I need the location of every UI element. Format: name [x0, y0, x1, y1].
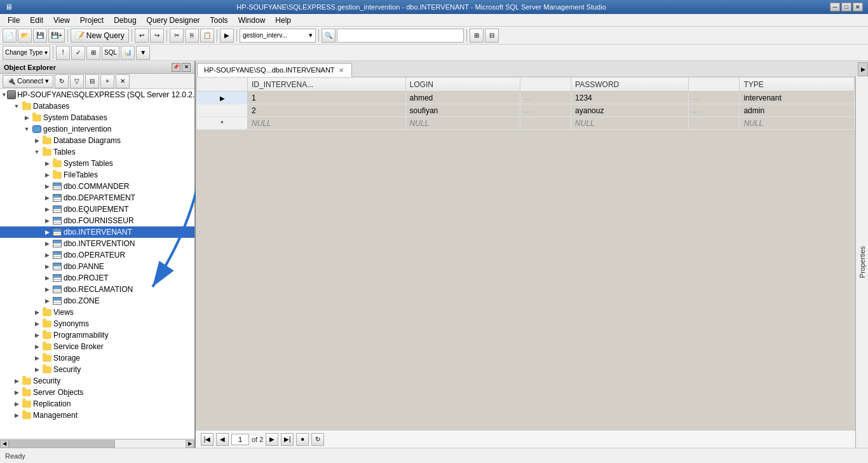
excl-btn[interactable]: ! [56, 46, 70, 60]
tree-db-diagrams[interactable]: ▶ Database Diagrams [0, 135, 194, 146]
tree-system-tables[interactable]: ▶ System Tables [0, 158, 194, 169]
data-grid-area[interactable]: ID_INTERVENA... LOGIN PASSWORD TYPE [196, 76, 855, 430]
connect-button[interactable]: 🔌 Connect ▾ [3, 75, 53, 88]
zone-expander[interactable]: ▶ [42, 296, 52, 306]
grid-view-btn[interactable]: ⊞ [86, 46, 100, 60]
object-tree[interactable]: ▼ HP-SOUFYANE\SQLEXPRESS (SQL Server 12.… [0, 89, 194, 439]
tree-system-databases[interactable]: ▶ System Databases [0, 112, 194, 123]
cut-btn[interactable]: ✂ [170, 29, 184, 43]
intervention-expander[interactable]: ▶ [42, 238, 52, 249]
tables-expander[interactable]: ▼ [32, 147, 42, 157]
cell-login-2[interactable]: soufiyan [405, 104, 520, 117]
db-security-expander[interactable]: ▶ [32, 364, 42, 375]
tab-intervenant[interactable]: HP-SOUFYANE\SQ...dbo.INTERVENANT ✕ [197, 63, 352, 77]
intervenant-expander[interactable]: ▶ [42, 227, 52, 237]
tree-databases[interactable]: ▼ Databases [0, 100, 194, 112]
storage-expander[interactable]: ▶ [32, 353, 42, 363]
props-btn[interactable]: ⊟ [485, 29, 499, 43]
new-query-button[interactable]: 📝 New Query [71, 29, 129, 43]
sql-view-btn[interactable]: SQL [102, 46, 119, 60]
synonyms-expander[interactable]: ▶ [32, 319, 42, 329]
cell-login-1[interactable]: ahmed [405, 92, 520, 104]
oe-filter-btn[interactable]: ▽ [70, 74, 84, 88]
tree-gestion-intervention[interactable]: ▼ gestion_intervention [0, 123, 194, 135]
minimize-button[interactable]: ─ [830, 3, 840, 11]
menu-file[interactable]: File [3, 15, 25, 26]
oe-new-btn[interactable]: + [100, 74, 114, 88]
server-expander[interactable]: ▼ [1, 90, 7, 100]
search-btn[interactable]: 🔍 [322, 29, 336, 43]
cell-password-1[interactable]: 1234 [571, 92, 689, 104]
oe-refresh-btn[interactable]: ↻ [55, 74, 69, 88]
layout-btn[interactable]: ⊞ [470, 29, 484, 43]
management-expander[interactable]: ▶ [11, 410, 22, 420]
table-row-new[interactable]: * NULL NULL NULL NULL [197, 117, 855, 130]
tree-table-panne[interactable]: ▶ dbo.PANNE [0, 261, 194, 272]
paste-btn[interactable]: 📋 [200, 29, 214, 43]
open-btn[interactable]: 📂 [18, 29, 32, 43]
oe-del-btn[interactable]: ✕ [116, 74, 130, 88]
close-button[interactable]: ✕ [853, 3, 863, 11]
tab-close-button[interactable]: ✕ [337, 66, 345, 74]
operateur-expander[interactable]: ▶ [42, 250, 52, 260]
cell-type-new[interactable]: NULL [740, 117, 855, 130]
reclamation-expander[interactable]: ▶ [42, 284, 52, 294]
tree-table-commander[interactable]: ▶ dbo.COMMANDER [0, 181, 194, 192]
copy-btn[interactable]: ⎘ [185, 29, 199, 43]
tree-storage[interactable]: ▶ Storage [0, 352, 194, 364]
tree-server-objects[interactable]: ▶ Server Objects [0, 387, 194, 398]
projet-expander[interactable]: ▶ [42, 273, 52, 283]
sb-expander[interactable]: ▶ [32, 342, 42, 352]
top-security-expander[interactable]: ▶ [11, 376, 22, 386]
execute-btn[interactable]: ▶ [220, 29, 234, 43]
commander-expander[interactable]: ▶ [42, 181, 52, 191]
databases-expander[interactable]: ▼ [11, 101, 22, 111]
tree-table-intervention[interactable]: ▶ dbo.INTERVENTION [0, 238, 194, 249]
redo-btn[interactable]: ↪ [150, 29, 164, 43]
tree-replication[interactable]: ▶ Replication [0, 398, 194, 410]
cell-id-1[interactable]: 1 [248, 92, 406, 104]
server-obj-expander[interactable]: ▶ [11, 387, 22, 397]
cell-type-1[interactable]: intervenant [740, 92, 855, 104]
properties-panel[interactable]: Properties [855, 76, 868, 448]
tree-file-tables[interactable]: ▶ FileTables [0, 169, 194, 181]
prog-expander[interactable]: ▶ [32, 330, 42, 340]
tree-table-equipement[interactable]: ▶ dbo.EQUIPEMENT [0, 204, 194, 215]
change-type-btn[interactable]: Change Type ▾ [3, 46, 50, 60]
tree-tables[interactable]: ▼ Tables [0, 146, 194, 158]
cell-password-new[interactable]: NULL [571, 117, 689, 130]
tree-programmability[interactable]: ▶ Programmability [0, 329, 194, 341]
menu-tools[interactable]: Tools [205, 15, 233, 26]
stop-btn[interactable]: ■ [296, 433, 309, 446]
tree-db-security[interactable]: ▶ Security [0, 364, 194, 375]
tree-table-intervenant[interactable]: ▶ dbo.INTERVENANT [0, 226, 194, 238]
gi-expander[interactable]: ▼ [22, 124, 32, 134]
last-page-btn[interactable]: ▶| [281, 433, 294, 446]
cell-password-2[interactable]: ayanouz [571, 104, 689, 117]
prev-page-btn[interactable]: ◀ [216, 433, 229, 446]
refresh-btn[interactable]: ↻ [311, 433, 324, 446]
menu-view[interactable]: View [48, 15, 75, 26]
check-btn[interactable]: ✓ [71, 46, 85, 60]
fournisseur-expander[interactable]: ▶ [42, 216, 52, 226]
db-dropdown[interactable]: gestion_interv... ▾ [240, 29, 316, 43]
tree-table-reclamation[interactable]: ▶ dbo.RECLAMATION [0, 284, 194, 295]
menu-debug[interactable]: Debug [109, 15, 141, 26]
next-page-btn[interactable]: ▶ [266, 433, 278, 446]
save-all-btn[interactable]: 💾+ [48, 29, 65, 43]
tree-synonyms[interactable]: ▶ Synonyms [0, 318, 194, 329]
undo-btn[interactable]: ↩ [135, 29, 149, 43]
table-row[interactable]: 2 soufiyan ... ayanouz ... admin [197, 104, 855, 117]
oe-pin-btn[interactable]: 📌 [172, 63, 180, 72]
tree-top-security[interactable]: ▶ Security [0, 375, 194, 387]
table-row[interactable]: ▶ 1 ahmed ... 1234 ... intervenant [197, 92, 855, 104]
cell-login-new[interactable]: NULL [405, 117, 520, 130]
oe-collapse-btn[interactable]: ⊟ [85, 74, 99, 88]
new-file-btn[interactable]: 📄 [3, 29, 17, 43]
tree-hscroll[interactable]: ◀ ▶ [0, 439, 194, 448]
tree-table-projet[interactable]: ▶ dbo.PROJET [0, 272, 194, 284]
tree-views[interactable]: ▶ Views [0, 307, 194, 318]
replication-expander[interactable]: ▶ [11, 399, 22, 409]
cell-type-2[interactable]: admin [740, 104, 855, 117]
menu-edit[interactable]: Edit [25, 15, 48, 26]
